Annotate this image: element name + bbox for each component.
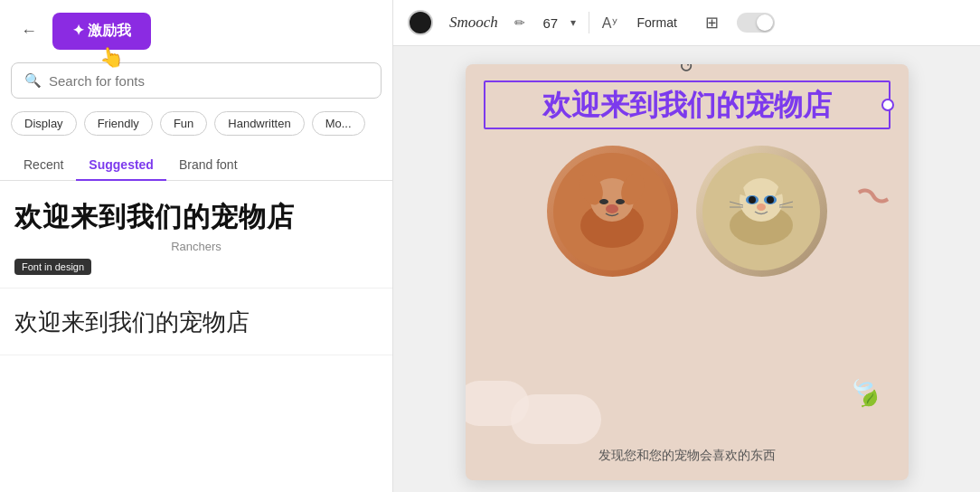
tabs-row: Recent Suggested Brand font <box>0 145 392 181</box>
filter-tags: Display Friendly Fun Handwritten Mo... <box>0 108 392 145</box>
top-bar: ← ✦ 激励我 👆 <box>0 0 392 62</box>
pets-area <box>466 146 909 277</box>
font-item-ranchers[interactable]: 欢迎来到我们的宠物店 Ranchers Font in design <box>0 181 392 289</box>
toolbar: Smooch ✏ ▾ Aʸ Format ⊞ <box>393 0 980 46</box>
cat-image <box>696 146 827 277</box>
filter-tag-fun[interactable]: Fun <box>160 111 207 136</box>
svg-point-17 <box>757 203 766 211</box>
format-button[interactable]: Format <box>627 10 688 35</box>
deco-leaf: 🍃 <box>842 370 887 414</box>
inspire-button[interactable]: ✦ 激励我 👆 <box>52 13 151 50</box>
back-button[interactable]: ← <box>14 17 43 46</box>
tab-suggested[interactable]: Suggested <box>76 150 166 181</box>
font-in-design-badge: Font in design <box>14 259 91 275</box>
toolbar-divider-1 <box>589 12 589 33</box>
canvas-title: 欢迎来到我们的宠物店 <box>495 88 880 122</box>
toggle-thumb <box>757 14 773 31</box>
text-format-icon: Aʸ <box>602 14 617 32</box>
font-list: 欢迎来到我们的宠物店 Ranchers Font in design 欢迎来到我… <box>0 181 392 493</box>
svg-point-7 <box>606 204 618 213</box>
svg-point-16 <box>767 196 774 203</box>
selected-text-box[interactable]: ↺ 欢迎来到我们的宠物店 <box>484 80 890 129</box>
tab-brand-font[interactable]: Brand font <box>166 150 250 181</box>
more-options-button[interactable]: ⊞ <box>697 7 728 38</box>
font-size-area: ▾ <box>534 15 576 31</box>
format-label: Format <box>637 15 677 30</box>
font-preview-alt: 欢迎来到我们的宠物店 <box>14 307 378 338</box>
search-bar: 🔍 <box>11 62 382 99</box>
edit-icon[interactable]: ✏ <box>514 15 525 30</box>
font-name-toolbar[interactable]: Smooch <box>442 10 505 35</box>
svg-point-5 <box>599 199 608 204</box>
rotate-handle[interactable]: ↺ <box>679 64 694 77</box>
cursor-icon: 👆 <box>98 44 126 71</box>
color-swatch[interactable] <box>408 10 433 35</box>
filter-tag-display[interactable]: Display <box>11 111 77 136</box>
cat-svg <box>702 153 820 270</box>
canvas-subtitle: 发现您和您的宠物会喜欢的东西 <box>466 448 909 464</box>
search-icon: 🔍 <box>24 72 42 89</box>
deco-cloud-bottom <box>511 394 601 444</box>
dog-svg <box>553 153 671 270</box>
svg-point-15 <box>749 196 756 203</box>
svg-point-6 <box>616 199 625 204</box>
tab-recent[interactable]: Recent <box>11 150 76 181</box>
font-size-input[interactable] <box>534 15 567 31</box>
font-size-chevron[interactable]: ▾ <box>570 16 576 29</box>
canvas-area: ↺ 欢迎来到我们的宠物店 〜 <box>393 46 980 492</box>
font-name-ranchers: Ranchers <box>14 240 378 253</box>
filter-tag-more[interactable]: Mo... <box>312 111 365 136</box>
toggle-switch[interactable] <box>737 13 775 33</box>
font-item-alt[interactable]: 欢迎来到我们的宠物店 <box>0 289 392 355</box>
filter-tag-friendly[interactable]: Friendly <box>84 111 153 136</box>
design-canvas[interactable]: ↺ 欢迎来到我们的宠物店 〜 <box>466 64 909 480</box>
back-icon: ← <box>21 22 37 41</box>
more-options-icon: ⊞ <box>705 13 719 33</box>
font-preview-ranchers: 欢迎来到我们的宠物店 <box>14 199 378 236</box>
filter-tag-handwritten[interactable]: Handwritten <box>214 111 304 136</box>
left-panel: ← ✦ 激励我 👆 🔍 Display Friendly Fun Handwri… <box>0 0 393 492</box>
inspire-label: ✦ 激励我 <box>72 22 131 41</box>
right-panel: Smooch ✏ ▾ Aʸ Format ⊞ ↺ 欢迎来到我们的宠物店 〜 <box>393 0 980 492</box>
dog-image <box>547 146 678 277</box>
search-input[interactable] <box>49 73 368 89</box>
